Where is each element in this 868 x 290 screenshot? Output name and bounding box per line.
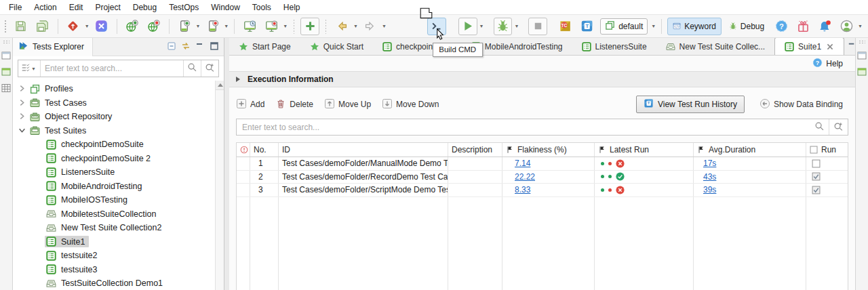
help-link[interactable]: Help bbox=[826, 59, 843, 68]
menu-file[interactable]: File bbox=[3, 1, 28, 14]
katalon-ai-icon[interactable] bbox=[92, 18, 111, 35]
tree-item[interactable]: ListenersSuite bbox=[13, 165, 224, 180]
record-web-icon[interactable] bbox=[123, 18, 142, 35]
table-row[interactable]: 1Test Cases/demoFolder/ManualMode Demo T… bbox=[237, 157, 848, 171]
tree-item-body[interactable]: Profiles bbox=[28, 83, 77, 95]
flakiness-link[interactable]: 8.33 bbox=[515, 185, 530, 194]
add-element-icon[interactable] bbox=[300, 18, 319, 35]
toolbar-grip[interactable] bbox=[4, 20, 7, 33]
column-header-alert[interactable] bbox=[237, 143, 250, 157]
tree-item[interactable]: Profiles bbox=[13, 82, 224, 96]
record-web-stop-icon[interactable] bbox=[144, 18, 163, 35]
tree-expander-icon[interactable] bbox=[18, 112, 26, 121]
view-test-run-history-button[interactable]: T View Test Run History bbox=[636, 96, 745, 113]
keyword-view-button[interactable]: </>Keyword bbox=[667, 18, 722, 35]
save-all-icon[interactable] bbox=[33, 18, 52, 35]
search-button[interactable] bbox=[183, 60, 201, 77]
minimized-editor-icon[interactable] bbox=[1, 50, 12, 61]
run-checkbox-checked[interactable] bbox=[812, 186, 821, 194]
editor-tab-new-test-suite-collec-[interactable]: New Test Suite Collec... bbox=[656, 38, 775, 55]
editor-tab-quick-start[interactable]: Quick Start bbox=[300, 38, 373, 55]
tree-item[interactable]: MobiletestSuiteCollection bbox=[13, 207, 224, 222]
menu-help[interactable]: Help bbox=[277, 1, 307, 14]
record-mobile-icon[interactable] bbox=[175, 18, 194, 35]
build-cmd-button[interactable]: Build CMD bbox=[427, 18, 446, 35]
record-mobile-icon-dropdown-icon[interactable]: ▼ bbox=[195, 24, 200, 28]
left-bar-grip[interactable] bbox=[3, 40, 9, 44]
avg-duration-link[interactable]: 39s bbox=[703, 185, 716, 194]
testops-icon[interactable]: T bbox=[577, 18, 596, 35]
back-icon[interactable] bbox=[332, 18, 351, 35]
testcloud-icon[interactable]: TC bbox=[555, 18, 574, 35]
add-button[interactable]: Add bbox=[236, 98, 264, 111]
tree-item-body[interactable]: ListenersSuite bbox=[45, 167, 119, 178]
collapse-all-button[interactable] bbox=[166, 41, 178, 53]
editor-tab-start-page[interactable]: Start Page bbox=[229, 38, 300, 55]
forward-icon[interactable] bbox=[361, 18, 380, 35]
tree-item-body[interactable]: MobiletestSuiteCollection bbox=[45, 208, 160, 220]
tree-expander-icon[interactable] bbox=[18, 99, 26, 107]
debug-run-button[interactable] bbox=[494, 18, 513, 35]
table-advanced-search-button[interactable] bbox=[829, 119, 848, 135]
menu-tools[interactable]: Tools bbox=[246, 1, 277, 14]
profile-selector-dropdown-icon[interactable]: ▼ bbox=[651, 24, 656, 28]
tree-item[interactable]: Object Repository bbox=[13, 110, 224, 124]
column-header-no-[interactable]: No. bbox=[250, 143, 279, 157]
search-filter-button[interactable]: ▼ bbox=[18, 60, 41, 77]
tree-item-body[interactable]: testsuite2 bbox=[45, 250, 102, 262]
restore-editor-icon[interactable] bbox=[856, 50, 867, 61]
record-mobile-stop-icon[interactable] bbox=[203, 18, 222, 35]
flakiness-link[interactable]: 7.14 bbox=[515, 159, 530, 168]
advanced-search-button[interactable] bbox=[201, 60, 218, 77]
execution-information-section[interactable]: Execution Information bbox=[229, 71, 855, 87]
run-checkbox-checked[interactable] bbox=[812, 172, 821, 181]
restore-view-icon[interactable] bbox=[856, 66, 867, 77]
stop-button[interactable] bbox=[528, 18, 547, 35]
tests-explorer-view-tab[interactable]: Tests Explorer bbox=[13, 38, 93, 56]
notifications-icon[interactable] bbox=[815, 18, 834, 35]
tree-expander-icon[interactable] bbox=[18, 127, 26, 135]
tree-item-body[interactable]: TestSuiteCollection Demo1 bbox=[45, 278, 167, 289]
tree-item[interactable]: Suite1 bbox=[13, 235, 224, 249]
minimized-table-view-icon[interactable] bbox=[1, 83, 12, 94]
menu-project[interactable]: Project bbox=[89, 1, 126, 14]
tree-item[interactable]: TestSuiteCollection Demo1 bbox=[13, 276, 224, 290]
run-button-dropdown-icon[interactable]: ▼ bbox=[479, 24, 484, 28]
tree-item-body[interactable]: checkpointDemoSuite 2 bbox=[45, 152, 155, 164]
avg-duration-link[interactable]: 43s bbox=[703, 172, 716, 182]
editor-tab-listenerssuite[interactable]: ListenersSuite bbox=[572, 38, 656, 55]
tree-expander-icon[interactable] bbox=[18, 85, 26, 93]
debug-run-button-dropdown-icon[interactable]: ▼ bbox=[514, 24, 519, 28]
account-icon[interactable] bbox=[837, 18, 856, 35]
scroll-up-button[interactable] bbox=[216, 81, 224, 90]
menu-testops[interactable]: TestOps bbox=[163, 1, 205, 14]
column-header-avg-duration[interactable]: Avg.Duration bbox=[694, 143, 806, 157]
explorer-search-input[interactable] bbox=[41, 64, 183, 73]
tree-item[interactable]: New Test Suite Collection2 bbox=[13, 221, 224, 235]
run-button[interactable] bbox=[458, 18, 477, 35]
tree-item-body[interactable]: Suite1 bbox=[45, 236, 89, 247]
column-header-flakiness-[interactable]: Flakiness (%) bbox=[502, 143, 595, 157]
table-search-input[interactable] bbox=[237, 123, 810, 132]
column-header-description[interactable]: Description bbox=[448, 143, 502, 157]
move-down-button[interactable]: Move Down bbox=[382, 98, 439, 111]
spy-web-stop-icon[interactable] bbox=[262, 18, 281, 35]
menu-debug[interactable]: Debug bbox=[127, 1, 163, 14]
menu-action[interactable]: Action bbox=[28, 1, 62, 14]
panel-sash[interactable] bbox=[224, 38, 229, 290]
git-icon[interactable] bbox=[64, 18, 83, 35]
tree-item-body[interactable]: MobileAndroidTesting bbox=[45, 180, 146, 192]
menu-edit[interactable]: Edit bbox=[63, 1, 90, 14]
account-icon-dropdown-icon[interactable]: ▼ bbox=[858, 24, 863, 28]
table-row[interactable]: 3Test Cases/demoFolder/ScriptMode Demo T… bbox=[237, 184, 848, 197]
git-icon-dropdown-icon[interactable]: ▼ bbox=[85, 24, 90, 28]
tree-item-body[interactable]: Test Cases bbox=[28, 97, 91, 108]
spy-web-icon[interactable] bbox=[240, 18, 259, 35]
maximize-view-button[interactable] bbox=[209, 41, 221, 53]
back-icon-dropdown-icon[interactable]: ▼ bbox=[353, 24, 358, 28]
tree-item[interactable]: testsuite2 bbox=[13, 249, 224, 263]
record-mobile-stop-icon-dropdown-icon[interactable]: ▼ bbox=[224, 24, 229, 28]
tree-item-body[interactable]: testsuite3 bbox=[45, 264, 102, 275]
column-header-latest-run[interactable]: Latest Run bbox=[595, 143, 694, 157]
debug-view-button[interactable]: Debug bbox=[724, 18, 769, 35]
